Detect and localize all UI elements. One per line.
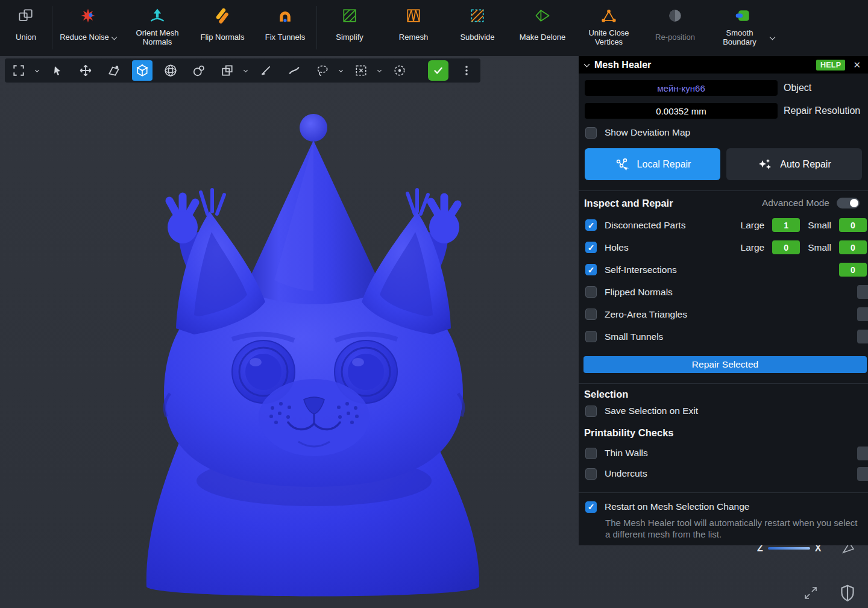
tool-label: Flip Normals <box>201 33 245 42</box>
tool-label: Re-position <box>655 33 695 42</box>
tool-label: Unite Close Vertices <box>581 28 637 47</box>
inspect-heading: Inspect and Repair <box>584 198 673 209</box>
mesh-healer-panel: Mesh Healer HELP ✕ Object Repair Resolut… <box>579 56 868 545</box>
object-name-input[interactable] <box>585 80 778 96</box>
row-label: Holes <box>605 242 629 253</box>
make-delone-icon <box>532 5 553 26</box>
small-tunnels-checkbox[interactable] <box>585 331 597 342</box>
tool-reduce-noise[interactable]: Reduce Noise <box>52 0 124 47</box>
small-label: Small <box>808 220 831 231</box>
chevron-down-icon[interactable] <box>32 69 39 73</box>
help-button[interactable]: HELP <box>816 60 846 71</box>
tool-simplify[interactable]: Simplify <box>317 0 382 47</box>
paint-select-button[interactable] <box>104 60 124 81</box>
clip-slider[interactable] <box>768 547 810 550</box>
mesh-model-cat <box>0 56 579 608</box>
holes-checkbox[interactable] <box>585 242 597 253</box>
panel-title: Mesh Healer <box>594 60 651 71</box>
count-badge-clipped <box>857 447 868 460</box>
inspect-heading-row: Inspect and Repair Advanced Mode <box>584 196 862 210</box>
row-label: Flipped Normals <box>605 287 673 298</box>
advanced-mode-toggle[interactable] <box>837 198 860 208</box>
zero-area-triangles-checkbox[interactable] <box>585 309 597 320</box>
large-label: Large <box>741 242 765 253</box>
restart-description: The Mesh Healer tool will automatically … <box>605 518 862 541</box>
fit-view-button[interactable] <box>8 60 29 81</box>
flipped-normals-checkbox[interactable] <box>585 286 597 298</box>
repair-resolution-input[interactable] <box>585 103 778 119</box>
restart-checkbox[interactable] <box>585 501 597 513</box>
lattice-select-button[interactable] <box>132 60 153 81</box>
stroke-tool-button[interactable] <box>284 60 304 81</box>
lasso-select-button[interactable] <box>312 60 333 81</box>
tool-orient-mesh-normals[interactable]: Orient Mesh Normals <box>124 0 191 47</box>
more-options-button[interactable] <box>456 60 477 81</box>
blob-brush-button[interactable] <box>189 60 209 81</box>
row-label: Restart on Mesh Selection Change <box>605 501 749 512</box>
small-count-badge: 0 <box>839 240 867 254</box>
chevron-down-icon[interactable] <box>374 69 382 73</box>
chevron-down-icon[interactable] <box>336 69 343 73</box>
box-deselect-button[interactable] <box>351 60 371 81</box>
tool-label: Subdivide <box>460 33 494 42</box>
thin-walls-checkbox[interactable] <box>585 448 597 459</box>
trim-tool-button[interactable] <box>256 60 276 81</box>
row-label: Disconnected Parts <box>605 220 685 231</box>
chevron-down-icon[interactable] <box>111 34 117 40</box>
move-tool-button[interactable] <box>75 60 96 81</box>
tool-remesh[interactable]: Remesh <box>382 0 445 47</box>
chevron-down-icon[interactable] <box>770 34 776 40</box>
row-label: Thin Walls <box>605 448 648 459</box>
self-intersections-checkbox[interactable] <box>585 264 597 275</box>
selection-heading-row: Selection <box>584 387 862 401</box>
top-toolbar: Union Reduce Noise Orient Mesh Normals F… <box>0 0 868 56</box>
row-thin-walls: Thin Walls <box>579 443 868 463</box>
object-row: Object <box>585 80 862 96</box>
repair-selected-button[interactable]: Repair Selected <box>583 356 867 373</box>
row-zero-area-triangles: Zero-Area Triangles <box>579 303 868 325</box>
save-selection-checkbox[interactable] <box>585 406 597 417</box>
tool-make-delone[interactable]: Make Delone <box>510 0 575 47</box>
collapse-chevron-icon[interactable] <box>584 61 590 67</box>
chevron-down-icon[interactable] <box>241 69 248 73</box>
show-deviation-checkbox[interactable] <box>585 127 597 139</box>
smooth-boundary-icon <box>733 5 753 26</box>
tool-label: Union <box>16 33 36 42</box>
accept-button[interactable] <box>428 60 448 81</box>
close-icon[interactable]: ✕ <box>851 60 863 71</box>
tool-smooth-boundary[interactable]: Smooth Boundary <box>708 0 779 47</box>
row-flipped-normals: Flipped Normals <box>579 281 868 303</box>
advanced-mode-label: Advanced Mode <box>762 198 829 208</box>
auto-repair-button[interactable]: Auto Repair <box>726 148 862 180</box>
tool-fix-tunnels[interactable]: Fix Tunnels <box>254 0 316 47</box>
object-label: Object <box>784 83 811 93</box>
row-label: Small Tunnels <box>605 331 663 342</box>
toggle-knob <box>850 199 858 207</box>
disconnected-parts-checkbox[interactable] <box>585 219 597 231</box>
fix-tunnels-icon <box>275 5 295 26</box>
reduce-noise-icon <box>78 5 98 26</box>
tool-reposition[interactable]: Re-position <box>643 0 708 47</box>
tool-union[interactable]: Union <box>0 0 52 47</box>
app-window: Union Reduce Noise Orient Mesh Normals F… <box>0 0 868 608</box>
tool-unite-close-vertices[interactable]: Unite Close Vertices <box>575 0 643 47</box>
tool-flip-normals[interactable]: Flip Normals <box>191 0 254 47</box>
simplify-icon <box>339 5 360 26</box>
undercuts-checkbox[interactable] <box>585 468 597 480</box>
plane-split-button[interactable] <box>217 60 237 81</box>
fullscreen-icon[interactable] <box>803 585 819 603</box>
tool-subdivide[interactable]: Subdivide <box>445 0 510 47</box>
local-repair-button[interactable]: Local Repair <box>585 148 720 180</box>
sphere-select-button[interactable] <box>160 60 181 81</box>
row-restart-on-change: Restart on Mesh Selection Change <box>579 497 868 517</box>
region-target-button[interactable] <box>389 60 410 81</box>
large-count-badge: 0 <box>772 240 800 254</box>
row-holes: Holes Large 0 Small 0 <box>579 236 868 259</box>
shield-icon[interactable] <box>839 584 856 604</box>
printability-heading: Printability Checks <box>584 427 674 439</box>
row-disconnected-parts: Disconnected Parts Large 1 Small 0 <box>579 214 868 236</box>
select-cursor-button[interactable] <box>47 60 68 81</box>
tool-label: Fix Tunnels <box>265 33 305 42</box>
count-badge-clipped <box>857 307 868 321</box>
divider <box>579 190 868 191</box>
